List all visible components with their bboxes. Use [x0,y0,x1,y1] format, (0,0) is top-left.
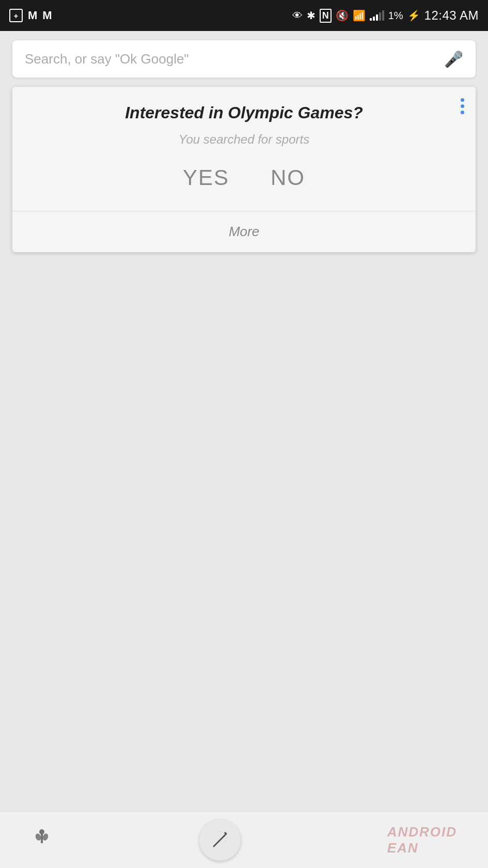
nav-left-icon[interactable] [31,827,53,854]
svg-text:·: · [219,830,220,834]
bluetooth-icon: ✱ [307,9,316,22]
status-bar-left: + M M [9,9,52,22]
svg-point-0 [39,829,44,834]
svg-text:·: · [226,835,227,840]
dot-1 [461,98,464,102]
magic-wand-button[interactable]: ✦ · · · [199,819,241,861]
status-time: 12:43 AM [424,8,479,23]
search-bar[interactable]: Search, or say "Ok Google" 🎤 [12,40,476,78]
card-actions: YES NO [31,165,457,195]
mute-icon: 🔇 [336,9,349,22]
watermark-bean-text: ean [387,840,457,856]
no-button[interactable]: NO [271,165,305,190]
card-content: Interested in Olympic Games? You searche… [12,87,476,211]
bottom-nav: ✦ · · · ANDROID ean [0,811,488,868]
card-title: Interested in Olympic Games? [31,102,457,124]
status-bar: + M M 👁 ✱ N 🔇 📶 1% ⚡ 12:43 AM [0,0,488,31]
recommendation-card: Interested in Olympic Games? You searche… [12,87,476,252]
search-placeholder: Search, or say "Ok Google" [25,51,444,67]
more-button[interactable]: More [12,211,476,252]
svg-text:·: · [225,840,226,843]
svg-rect-1 [41,834,43,843]
plus-box-icon: + [9,9,23,22]
svg-line-4 [214,836,224,846]
battery-percent: 1% [388,10,403,22]
nfc-icon: N [320,9,332,23]
status-bar-right: 👁 ✱ N 🔇 📶 1% ⚡ 12:43 AM [292,8,479,23]
gmail-icon-1: M [28,9,37,22]
microphone-icon[interactable]: 🎤 [444,50,463,68]
watermark-android-text: ANDROID [387,824,457,840]
signal-icon [370,10,384,21]
search-bar-container: Search, or say "Ok Google" 🎤 [0,31,488,87]
card-subtitle: You searched for sports [31,132,457,147]
battery-icon: ⚡ [407,9,420,22]
eye-icon: 👁 [292,10,303,22]
dot-2 [461,104,464,108]
card-container: Interested in Olympic Games? You searche… [0,87,488,252]
overflow-menu-button[interactable] [461,98,464,114]
gmail-icon-2: M [42,9,52,22]
dot-3 [461,111,464,114]
yes-button[interactable]: YES [183,165,229,190]
wifi-icon: 📶 [353,9,366,22]
android-watermark: ANDROID ean [387,824,457,856]
